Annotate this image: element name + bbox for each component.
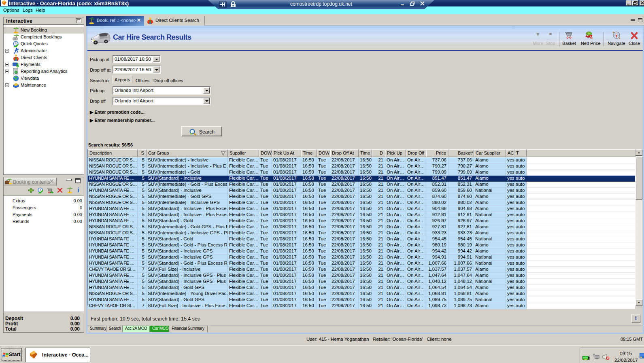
svg-text:$: $ (16, 63, 19, 68)
svg-text:i: i (16, 71, 17, 74)
